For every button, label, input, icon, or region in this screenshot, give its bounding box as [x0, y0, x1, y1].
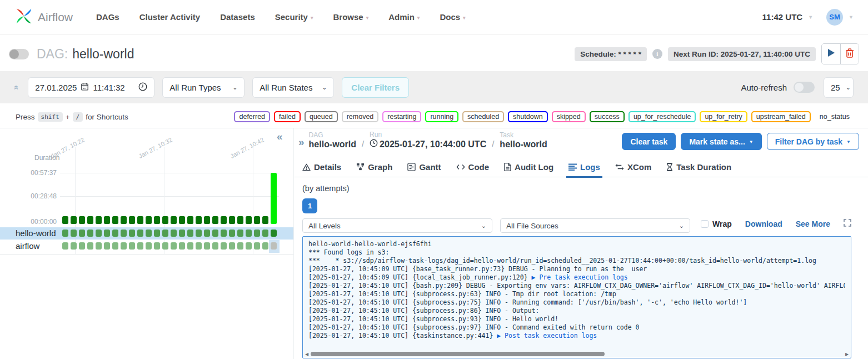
tab-xcom[interactable]: XCom	[615, 157, 651, 177]
avatar[interactable]: SM	[826, 9, 843, 26]
info-icon[interactable]: i	[652, 49, 662, 59]
run-bar-success[interactable]	[137, 216, 143, 224]
task-instance-square[interactable]	[187, 242, 193, 250]
file-source-select[interactable]: All File Sources ⌄	[500, 218, 690, 233]
legend-badge-queued[interactable]: queued	[305, 111, 338, 122]
clear-task-button[interactable]: Clear task	[622, 133, 676, 150]
clear-filters-button[interactable]: Clear Filters	[342, 77, 409, 98]
run-bar-success[interactable]	[262, 216, 268, 224]
tab-graph[interactable]: Graph	[356, 157, 392, 177]
task-instance-square[interactable]	[254, 242, 260, 250]
task-instance-square[interactable]	[237, 230, 243, 237]
run-bar-success[interactable]	[229, 216, 235, 224]
expand-panel-icon[interactable]: »	[298, 136, 305, 148]
filter-dag-by-task-button[interactable]: Filter DAG by task ▼	[767, 133, 859, 150]
task-instance-square[interactable]	[87, 230, 93, 237]
legend-badge-success[interactable]: success	[590, 111, 625, 122]
task-instance-square[interactable]	[212, 242, 218, 250]
task-instance-square[interactable]	[262, 230, 268, 237]
task-instance-square[interactable]	[221, 230, 227, 237]
task-instance-square[interactable]	[79, 242, 85, 250]
legend-badge-upstream-failed[interactable]: upstream_failed	[751, 111, 811, 122]
tab-details[interactable]: Details	[302, 157, 341, 177]
legend-badge-removed[interactable]: removed	[342, 111, 379, 122]
task-instance-square[interactable]	[104, 242, 110, 250]
run-bar-success[interactable]	[221, 216, 227, 224]
legend-badge-deferred[interactable]: deferred	[234, 111, 270, 122]
task-instance-square[interactable]	[204, 230, 210, 237]
delete-dag-button[interactable]	[840, 44, 859, 64]
legend-badge-no-status[interactable]: no_status	[815, 111, 855, 122]
run-bar-running[interactable]	[271, 173, 277, 224]
legend-badge-up-for-reschedule[interactable]: up_for_reschedule	[628, 111, 696, 122]
task-instance-square[interactable]	[71, 230, 77, 237]
task-instance-square[interactable]	[212, 230, 218, 237]
run-bar-success[interactable]	[104, 216, 110, 224]
legend-badge-running[interactable]: running	[425, 111, 458, 122]
see-more-link[interactable]: See More	[796, 220, 830, 228]
task-instance-square[interactable]	[62, 230, 68, 237]
task-instance-square[interactable]	[271, 230, 277, 237]
task-instance-square[interactable]	[179, 230, 185, 237]
run-bar-success[interactable]	[162, 216, 168, 224]
task-instance-square[interactable]	[129, 242, 135, 250]
task-instance-square[interactable]	[229, 230, 235, 237]
task-instance-square[interactable]	[171, 242, 177, 250]
task-row-label[interactable]: hello-world	[16, 228, 56, 238]
tab-gantt[interactable]: Gantt	[407, 157, 441, 177]
task-instance-square[interactable]	[246, 242, 252, 250]
nav-item-datasets[interactable]: Datasets	[220, 12, 255, 22]
run-bar-success[interactable]	[121, 216, 127, 224]
legend-badge-skipped[interactable]: skipped	[552, 111, 586, 122]
breadcrumb-run[interactable]: Run 2025-01-27, 10:44:00 UTC	[370, 131, 486, 149]
fullscreen-icon[interactable]	[844, 219, 851, 229]
utc-clock[interactable]: 11:42 UTC	[762, 12, 803, 22]
run-bar-success[interactable]	[212, 216, 218, 224]
run-bar-success[interactable]	[254, 216, 260, 224]
run-bar-success[interactable]	[204, 216, 210, 224]
task-instance-square[interactable]	[196, 242, 202, 250]
task-instance-square[interactable]	[179, 242, 185, 250]
task-instance-square[interactable]	[229, 242, 235, 250]
run-bar-success[interactable]	[129, 216, 135, 224]
task-instance-square[interactable]	[87, 242, 93, 250]
task-instance-square[interactable]	[96, 230, 102, 237]
run-bar-success[interactable]	[196, 216, 202, 224]
task-instance-square[interactable]	[121, 230, 127, 237]
task-instance-square[interactable]	[112, 230, 118, 237]
tab-code[interactable]: Code	[456, 157, 490, 177]
legend-badge-scheduled[interactable]: scheduled	[462, 111, 504, 122]
task-instance-square[interactable]	[254, 230, 260, 237]
scrollbar-thumb[interactable]	[311, 352, 605, 356]
run-states-select[interactable]: All Run States ⌄	[252, 77, 334, 98]
run-bar-success[interactable]	[112, 216, 118, 224]
task-instance-square[interactable]	[146, 242, 152, 250]
breadcrumb-task[interactable]: Task hello-world	[500, 131, 547, 149]
log-level-select[interactable]: All Levels ⌄	[302, 218, 492, 233]
task-instance-square[interactable]	[162, 230, 168, 237]
task-instance-square[interactable]	[262, 242, 268, 250]
nav-item-admin[interactable]: Admin▾	[388, 12, 420, 22]
legend-badge-restarting[interactable]: restarting	[382, 111, 421, 122]
page-size-select[interactable]: 25 ⌄	[824, 77, 854, 98]
legend-badge-up-for-retry[interactable]: up_for_retry	[700, 111, 747, 122]
nav-item-cluster-activity[interactable]: Cluster Activity	[139, 12, 200, 22]
wrap-checkbox[interactable]: Wrap	[701, 220, 732, 228]
task-instance-square[interactable]	[271, 242, 277, 250]
task-instance-square[interactable]	[246, 230, 252, 237]
run-bar-success[interactable]	[246, 216, 252, 224]
task-instance-square[interactable]	[237, 242, 243, 250]
nav-item-dags[interactable]: DAGs	[96, 12, 119, 22]
download-link[interactable]: Download	[745, 220, 782, 228]
run-bar-success[interactable]	[171, 216, 177, 224]
task-instance-square[interactable]	[104, 230, 110, 237]
run-bar-success[interactable]	[154, 216, 160, 224]
dag-pause-toggle[interactable]	[9, 49, 29, 59]
task-instance-square[interactable]	[62, 242, 68, 250]
collapse-filters-icon[interactable]: «	[12, 85, 22, 89]
run-bar-success[interactable]	[87, 216, 93, 224]
legend-badge-shutdown[interactable]: shutdown	[508, 111, 548, 122]
attempt-1-button[interactable]: 1	[302, 198, 317, 213]
run-types-select[interactable]: All Run Types ⌄	[162, 77, 245, 98]
run-bar-success[interactable]	[71, 216, 77, 224]
